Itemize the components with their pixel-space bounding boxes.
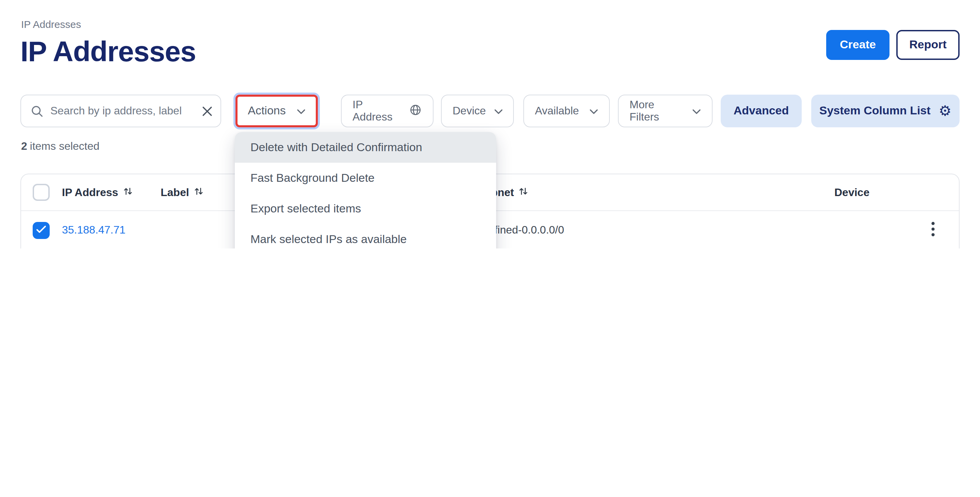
- system-column-list-button[interactable]: System Column List ⚙: [811, 95, 959, 127]
- sort-icon[interactable]: [519, 186, 528, 199]
- search-input[interactable]: Search by ip address, label: [21, 95, 221, 127]
- search-placeholder: Search by ip address, label: [50, 105, 202, 117]
- filter-chip-label: IP Address: [353, 99, 401, 123]
- search-icon: [30, 105, 43, 118]
- filter-chip-device[interactable]: Device: [441, 95, 514, 127]
- actions-dropdown-button[interactable]: Actions: [235, 95, 318, 127]
- select-all-checkbox[interactable]: [33, 184, 50, 201]
- menu-item-fast-background-delete[interactable]: Fast Background Delete: [235, 163, 496, 193]
- sort-icon[interactable]: [194, 186, 204, 199]
- row-menu-button[interactable]: [906, 221, 959, 239]
- selection-summary: 2items selected: [21, 140, 99, 153]
- row-checkbox[interactable]: [33, 221, 50, 239]
- check-icon: [36, 224, 46, 236]
- ip-link[interactable]: 35.188.47.71: [62, 224, 126, 236]
- globe-icon: [409, 103, 422, 119]
- column-header-ip[interactable]: IP Address: [62, 186, 161, 199]
- actions-label: Actions: [248, 104, 286, 118]
- actions-menu: Delete with Detailed ConfirmationFast Ba…: [235, 132, 496, 248]
- create-button[interactable]: Create: [826, 30, 889, 60]
- chevron-down-icon: [494, 105, 503, 117]
- breadcrumb[interactable]: IP Addresses: [21, 18, 81, 30]
- toolbar: Search by ip address, label Actions IP A…: [21, 95, 959, 127]
- header-actions: Create Report: [826, 30, 959, 60]
- sort-icon[interactable]: [123, 186, 132, 199]
- clear-search-icon[interactable]: [202, 106, 212, 116]
- chevron-down-icon: [297, 104, 305, 118]
- kebab-icon: [931, 221, 935, 239]
- chevron-down-icon: [692, 105, 701, 117]
- filter-chip-label: Available: [535, 105, 579, 117]
- filter-chip-more-filters[interactable]: More Filters: [618, 95, 713, 127]
- page-title: IP Addresses: [21, 37, 196, 67]
- system-column-list-label: System Column List: [819, 104, 931, 118]
- selection-count: 2: [21, 140, 27, 152]
- menu-item-delete-with-detailed-confirmation[interactable]: Delete with Detailed Confirmation: [235, 132, 496, 163]
- column-header-device[interactable]: Device: [811, 186, 906, 199]
- advanced-button[interactable]: Advanced: [721, 95, 802, 127]
- menu-item-mark-selected-ips-as-available[interactable]: Mark selected IPs as available: [235, 224, 496, 248]
- selection-label: items selected: [30, 140, 100, 152]
- gear-icon: ⚙: [939, 104, 952, 118]
- filter-chips: IP AddressDeviceAvailableMore Filters: [318, 95, 713, 127]
- report-button[interactable]: Report: [896, 30, 959, 60]
- filter-chip-label: More Filters: [630, 99, 684, 123]
- filter-chip-ip-address[interactable]: IP Address: [341, 95, 434, 127]
- ip-addresses-page: IP Addresses IP Addresses Create Report …: [0, 0, 980, 248]
- menu-item-export-selected-items[interactable]: Export selected items: [235, 193, 496, 224]
- filter-chip-label: Device: [453, 105, 486, 117]
- filter-chip-available[interactable]: Available: [523, 95, 610, 127]
- chevron-down-icon: [589, 105, 598, 117]
